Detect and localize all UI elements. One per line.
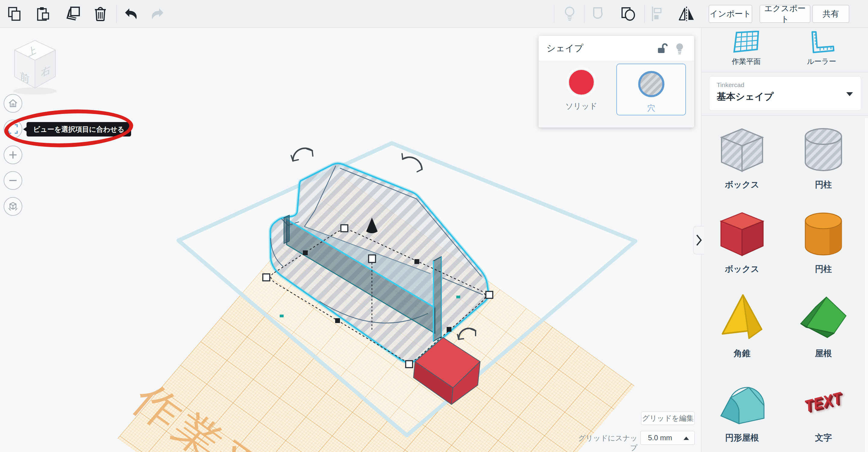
toolbar-divider xyxy=(554,5,554,23)
cylinder-orange-icon xyxy=(801,210,846,259)
hole-option-selected[interactable]: 穴 xyxy=(616,64,686,116)
gallery-item-pyramid[interactable]: 角錐 xyxy=(706,292,778,376)
gallery-item-box-hole[interactable]: ボックス xyxy=(706,123,778,207)
duplicate-icon xyxy=(64,6,81,22)
workplane-tool[interactable]: 作業平面 xyxy=(716,31,776,66)
fit-view-button[interactable] xyxy=(4,120,22,138)
ruler-tool[interactable]: ルーラー xyxy=(792,31,852,66)
shapes-sidebar: 作業平面 ルーラー Tinkercad 基本シェイプ xyxy=(701,28,868,452)
roof-icon xyxy=(798,295,849,343)
shape-gallery: ボックス 円柱 ボックス xyxy=(701,118,864,452)
gallery-item-cylinder-orange[interactable]: 円柱 xyxy=(787,207,860,292)
perspective-icon xyxy=(7,201,19,212)
lightbulb-icon xyxy=(563,6,576,22)
gallery-item-roof[interactable]: 屋根 xyxy=(787,292,860,376)
workplane-tool-label: 作業平面 xyxy=(716,57,776,66)
shape-inspector-panel: シェイプ ソリッド xyxy=(538,36,694,127)
copy-icon xyxy=(7,6,22,22)
sidebar-tools: 作業平面 ルーラー xyxy=(701,28,868,72)
cylinder-hole-icon xyxy=(801,126,846,174)
snap-to-grid-label: グリッドにスナップ xyxy=(574,433,638,452)
lightbulb-icon[interactable] xyxy=(673,42,686,55)
mirror-button[interactable] xyxy=(675,2,698,25)
top-toolbar: インポート エクスポート 共有 xyxy=(0,0,868,28)
toolbar-divider xyxy=(644,5,645,23)
duplicate-button[interactable] xyxy=(61,2,84,25)
align-button[interactable] xyxy=(646,2,669,25)
fit-view-icon xyxy=(8,124,18,134)
gallery-item-label: ボックス xyxy=(706,263,778,275)
edit-grid-button[interactable]: グリッドを編集 xyxy=(641,412,695,425)
caret-up-icon xyxy=(684,437,689,440)
home-view-button[interactable] xyxy=(4,94,22,113)
sidebar-collapse-tab[interactable] xyxy=(693,226,704,254)
gallery-item-round-roof[interactable]: 円形屋根 xyxy=(706,376,778,452)
round-roof-icon xyxy=(716,382,768,427)
redo-icon xyxy=(150,7,165,21)
show-all-button[interactable] xyxy=(558,2,581,25)
undo-icon xyxy=(123,7,139,21)
gallery-item-label: 角錐 xyxy=(706,348,778,359)
shape-library-dropdown[interactable]: Tinkercad 基本シェイプ xyxy=(709,76,861,110)
import-button[interactable]: インポート xyxy=(709,5,752,23)
group-button[interactable] xyxy=(588,2,611,25)
delete-button[interactable] xyxy=(89,2,112,25)
chevron-right-icon xyxy=(695,234,702,246)
gallery-item-cylinder-hole[interactable]: 円柱 xyxy=(787,123,860,207)
sidebar-divider xyxy=(701,116,868,116)
solid-swatch xyxy=(568,69,595,96)
solid-option[interactable]: ソリッド xyxy=(548,69,615,111)
library-selected: 基本シェイプ xyxy=(717,90,854,103)
fit-view-tooltip: ビューを選択項目に合わせる xyxy=(27,122,131,136)
share-button[interactable]: 共有 xyxy=(812,5,849,23)
shape-panel-title: シェイプ xyxy=(547,42,650,55)
gallery-item-box-red[interactable]: ボックス xyxy=(706,207,778,292)
pyramid-icon xyxy=(716,293,768,343)
ungroup-button[interactable] xyxy=(617,2,640,25)
ungroup-icon xyxy=(620,6,636,22)
gallery-item-label: 円形屋根 xyxy=(706,432,778,444)
toolbar-divider xyxy=(584,5,584,23)
gallery-item-text[interactable]: TEXT 文字 xyxy=(787,376,860,452)
plus-icon xyxy=(8,150,18,160)
lock-icon[interactable] xyxy=(655,42,668,55)
undo-button[interactable] xyxy=(120,2,143,25)
minus-icon xyxy=(8,176,18,185)
library-brand: Tinkercad xyxy=(717,82,854,89)
snap-grid-select[interactable]: 5.0 mm xyxy=(641,431,695,445)
zoom-out-button[interactable] xyxy=(4,171,22,190)
ruler-tool-label: ルーラー xyxy=(792,57,852,66)
gallery-item-label: 屋根 xyxy=(787,348,860,359)
tinkercad-app: 作業平面 xyxy=(0,0,868,452)
hole-label: 穴 xyxy=(617,103,685,113)
align-icon xyxy=(650,6,664,22)
hole-swatch xyxy=(636,69,666,99)
copy-button[interactable] xyxy=(3,2,26,25)
gallery-scrollbar[interactable] xyxy=(864,118,868,452)
ruler-icon xyxy=(808,31,835,54)
mirror-icon xyxy=(678,6,695,22)
snap-grid-value: 5.0 mm xyxy=(648,433,672,442)
toolbar-divider xyxy=(116,5,117,23)
view-cube[interactable]: 上 前 右 xyxy=(8,36,63,96)
shape-panel-body: ソリッド 穴 xyxy=(538,61,694,127)
caret-down-icon xyxy=(846,92,853,96)
workplane-icon xyxy=(733,31,760,54)
paste-icon xyxy=(35,6,50,22)
trash-icon xyxy=(93,6,107,22)
home-icon xyxy=(8,98,18,108)
shape-panel-header: シェイプ xyxy=(538,36,694,61)
solid-label: ソリッド xyxy=(548,101,615,111)
gallery-item-label: 文字 xyxy=(787,432,860,444)
box-red-icon xyxy=(718,210,766,259)
redo-button[interactable] xyxy=(146,2,169,25)
export-button[interactable]: エクスポート xyxy=(760,5,810,23)
gallery-item-label: 円柱 xyxy=(787,179,860,190)
zoom-in-button[interactable] xyxy=(4,146,22,164)
paste-button[interactable] xyxy=(31,2,54,25)
gallery-item-label: ボックス xyxy=(706,179,778,190)
gallery-item-label: 円柱 xyxy=(787,263,860,275)
text-shape-icon: TEXT xyxy=(805,388,842,416)
perspective-toggle-button[interactable] xyxy=(4,197,22,216)
box-hole-icon xyxy=(718,126,766,174)
